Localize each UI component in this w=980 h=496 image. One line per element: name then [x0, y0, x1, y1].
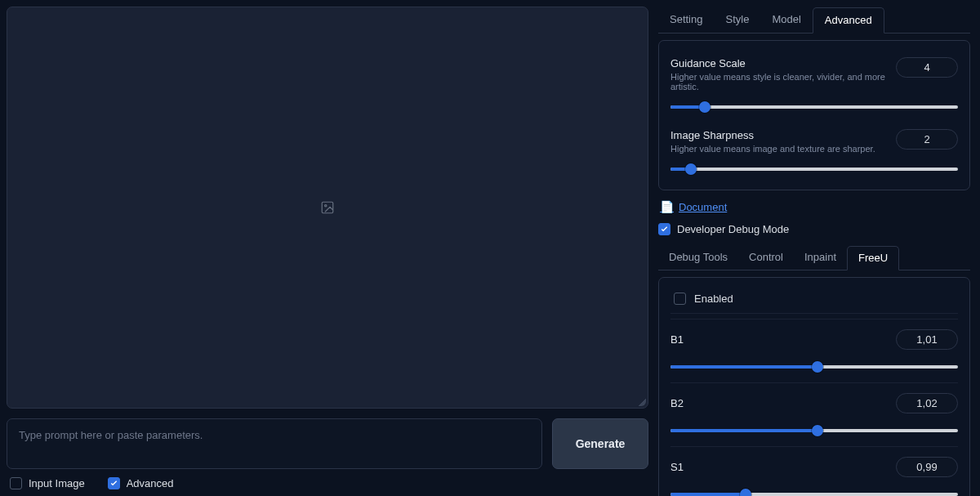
freeu-b2-param: B2 1,02 [670, 382, 958, 441]
input-image-checkbox[interactable]: Input Image [10, 477, 85, 489]
tab-setting[interactable]: Setting [658, 7, 714, 34]
subtab-inpaint[interactable]: Inpaint [794, 246, 847, 270]
subtab-freeu[interactable]: FreeU [847, 246, 899, 270]
tab-advanced[interactable]: Advanced [813, 7, 884, 34]
freeu-panel: Enabled B1 1,01 B2 1,02 S1 0,99 [658, 277, 970, 496]
b2-value[interactable]: 1,02 [896, 393, 958, 413]
tab-style[interactable]: Style [714, 7, 760, 34]
sharpness-title: Image Sharpness [670, 129, 875, 141]
svg-rect-0 [322, 202, 333, 213]
b1-label: B1 [670, 333, 684, 346]
b1-value[interactable]: 1,01 [896, 329, 958, 350]
freeu-enabled-label: Enabled [694, 293, 733, 305]
sharpness-param: Image Sharpness Higher value means image… [670, 124, 958, 178]
image-placeholder-icon [320, 200, 335, 215]
svg-point-1 [325, 205, 327, 207]
advanced-checkbox[interactable]: Advanced [108, 477, 174, 489]
document-link-text: Document [679, 201, 727, 213]
sharpness-value[interactable]: 2 [896, 129, 958, 150]
sharpness-desc: Higher value means image and texture are… [670, 144, 875, 154]
sharpness-slider[interactable] [670, 163, 958, 175]
guidance-desc: Higher value means style is cleaner, viv… [670, 72, 886, 92]
subtab-debug-tools[interactable]: Debug Tools [658, 246, 738, 270]
output-canvas[interactable] [7, 7, 648, 409]
s1-slider[interactable] [670, 489, 958, 496]
guidance-slider[interactable] [670, 101, 958, 113]
prompt-input[interactable] [7, 418, 542, 469]
guidance-value[interactable]: 4 [896, 57, 958, 78]
advanced-panel: Guidance Scale Higher value means style … [658, 40, 970, 190]
generate-button[interactable]: Generate [552, 418, 648, 469]
freeu-b1-param: B1 1,01 [670, 319, 958, 378]
b2-label: B2 [670, 397, 684, 409]
guidance-title: Guidance Scale [670, 57, 886, 69]
b2-slider[interactable] [670, 425, 958, 436]
s1-value[interactable]: 0,99 [896, 457, 958, 477]
document-icon: 📄 [660, 200, 674, 213]
debug-mode-checkbox[interactable]: Developer Debug Mode [658, 223, 970, 235]
debug-mode-label: Developer Debug Mode [677, 223, 789, 235]
s1-label: S1 [670, 461, 684, 473]
document-link[interactable]: 📄 Document [658, 190, 970, 221]
tab-model[interactable]: Model [760, 7, 812, 34]
advanced-label: Advanced [127, 477, 174, 489]
freeu-enabled-checkbox[interactable]: Enabled [674, 293, 733, 305]
b1-slider[interactable] [670, 361, 958, 373]
input-image-label: Input Image [29, 477, 85, 489]
subtab-control[interactable]: Control [738, 246, 794, 270]
guidance-scale-param: Guidance Scale Higher value means style … [670, 52, 958, 116]
freeu-s1-param: S1 0,99 [670, 446, 958, 496]
